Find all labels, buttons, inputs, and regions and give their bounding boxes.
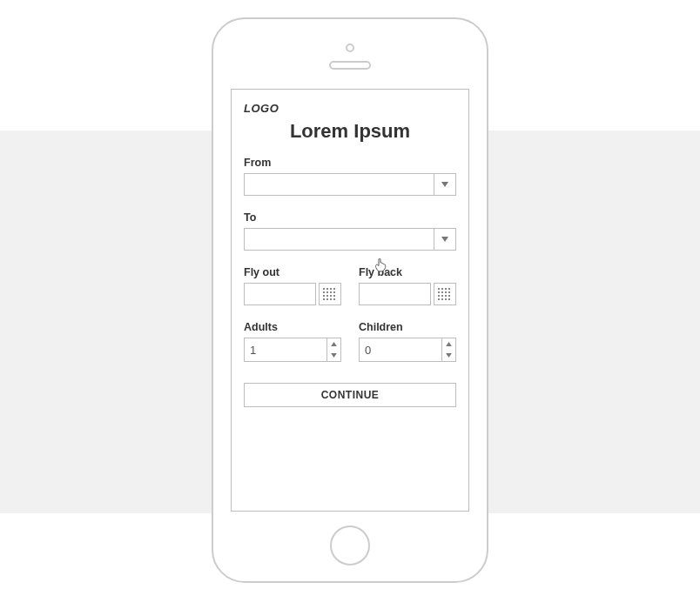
svg-rect-5 [333, 288, 335, 290]
fly-out-calendar-button[interactable] [319, 283, 341, 305]
svg-rect-2 [323, 288, 325, 290]
svg-rect-26 [438, 295, 440, 297]
svg-rect-3 [326, 288, 328, 290]
children-step-up[interactable] [442, 338, 455, 350]
from-input[interactable] [244, 173, 434, 196]
svg-rect-18 [438, 288, 440, 290]
svg-rect-7 [326, 291, 328, 293]
fly-back-datepicker[interactable] [359, 283, 456, 305]
calendar-icon [438, 288, 452, 300]
svg-rect-15 [326, 298, 328, 300]
svg-rect-23 [441, 291, 443, 293]
continue-button[interactable]: CONTINUE [244, 383, 456, 407]
to-combobox[interactable] [244, 228, 456, 251]
to-input[interactable] [244, 228, 434, 251]
adults-value: 1 [245, 338, 326, 361]
svg-rect-11 [326, 295, 328, 297]
svg-rect-32 [445, 298, 447, 300]
svg-rect-17 [333, 298, 335, 300]
from-dropdown-button[interactable] [434, 173, 456, 196]
svg-marker-36 [446, 342, 452, 346]
calendar-icon [323, 288, 337, 300]
svg-rect-16 [330, 298, 332, 300]
svg-rect-10 [323, 295, 325, 297]
adults-stepper[interactable]: 1 [244, 338, 341, 362]
adults-label: Adults [244, 321, 341, 333]
children-step-down[interactable] [442, 350, 455, 361]
children-stepper[interactable]: 0 [359, 338, 456, 362]
svg-rect-4 [330, 288, 332, 290]
svg-rect-25 [448, 291, 450, 293]
fly-back-label: Fly back [359, 266, 456, 278]
to-label: To [244, 211, 456, 224]
svg-marker-35 [331, 353, 337, 358]
adults-step-down[interactable] [327, 350, 340, 361]
adults-step-up[interactable] [327, 338, 340, 350]
phone-home-button[interactable] [330, 525, 370, 566]
svg-rect-12 [330, 295, 332, 297]
svg-rect-31 [441, 298, 443, 300]
svg-marker-37 [446, 353, 452, 358]
svg-rect-8 [330, 291, 332, 293]
phone-camera-icon [346, 44, 354, 52]
phone-frame: LOGO Lorem Ipsum From To Fly out [212, 17, 488, 583]
svg-rect-21 [448, 288, 450, 290]
svg-rect-28 [445, 295, 447, 297]
phone-speaker-icon [329, 61, 371, 70]
svg-rect-13 [333, 295, 335, 297]
svg-rect-9 [333, 291, 335, 293]
chevron-up-icon [446, 342, 452, 346]
fly-out-label: Fly out [244, 266, 341, 278]
svg-rect-27 [441, 295, 443, 297]
chevron-down-icon [446, 353, 452, 358]
svg-marker-34 [331, 342, 337, 346]
app-logo: LOGO [244, 102, 456, 115]
svg-rect-30 [438, 298, 440, 300]
svg-rect-20 [445, 288, 447, 290]
svg-marker-0 [441, 182, 448, 187]
fly-back-calendar-button[interactable] [434, 283, 456, 305]
from-label: From [244, 157, 456, 169]
children-value: 0 [360, 338, 441, 361]
svg-rect-33 [448, 298, 450, 300]
svg-rect-6 [323, 291, 325, 293]
from-combobox[interactable] [244, 173, 456, 196]
svg-rect-29 [448, 295, 450, 297]
svg-rect-14 [323, 298, 325, 300]
fly-out-datepicker[interactable] [244, 283, 341, 305]
fly-back-input[interactable] [359, 283, 431, 305]
children-label: Children [359, 321, 456, 333]
svg-marker-1 [441, 237, 448, 242]
svg-rect-22 [438, 291, 440, 293]
chevron-down-icon [331, 353, 337, 358]
chevron-up-icon [331, 342, 337, 346]
app-screen: LOGO Lorem Ipsum From To Fly out [231, 89, 469, 512]
chevron-down-icon [441, 182, 448, 187]
fly-out-input[interactable] [244, 283, 316, 305]
page-title: Lorem Ipsum [244, 120, 456, 143]
to-dropdown-button[interactable] [434, 228, 456, 251]
chevron-down-icon [441, 237, 448, 242]
svg-rect-19 [441, 288, 443, 290]
svg-rect-24 [445, 291, 447, 293]
